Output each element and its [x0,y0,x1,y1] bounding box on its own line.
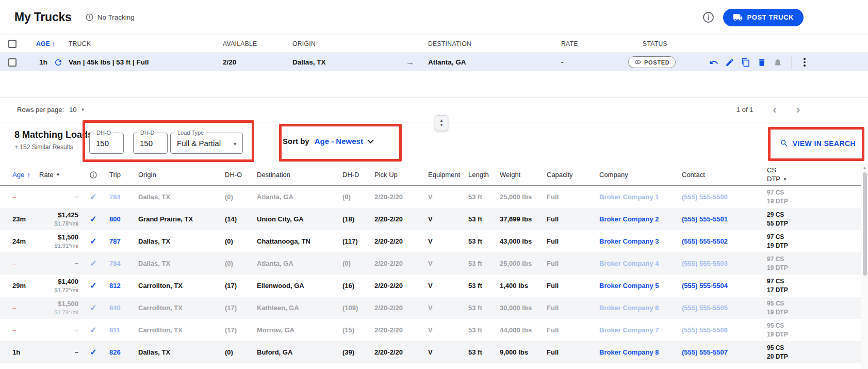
trucks-column-available[interactable]: AVAILABLE [219,40,289,47]
loads-column-trip[interactable]: Trip [103,171,132,179]
trip-link[interactable]: 811 [103,326,132,334]
loads-column-origin[interactable]: Origin [132,171,219,179]
load-dhd: (109) [336,304,368,312]
trucks-column-truck[interactable]: TRUCK [65,40,219,47]
contact-link[interactable]: (555) 555-5501 [676,215,761,223]
loads-column-rate[interactable]: Rate ▼ [38,171,84,179]
trucks-column-status[interactable]: STATUS [624,40,699,47]
contact-link[interactable]: (555) 555-5507 [676,348,761,356]
load-age: – [12,326,38,334]
next-page-button[interactable]: › [796,104,800,116]
load-pickup: 2/20-2/20 [368,326,422,334]
truck-row[interactable]: 1h Van | 45k lbs | 53 ft | Full 2/20 Dal… [0,53,868,71]
load-row[interactable]: –$1,500$1.79*/mi✓840Carrollton, TX(17)Ka… [0,297,861,319]
trip-link[interactable]: 826 [103,348,132,356]
company-link[interactable]: Broker Company 4 [593,260,676,267]
trip-link[interactable]: 787 [103,237,132,245]
contact-link[interactable]: (555) 555-5506 [676,326,761,334]
loads-column-length[interactable]: Length [462,171,494,179]
load-row[interactable]: 29m$1,400$1.72*/mi✓812Carrollton, TX(17)… [0,275,861,297]
info-icon[interactable] [702,11,715,24]
loads-column-cs-dtp[interactable]: CS DTP ▼ [761,166,805,183]
match-check-icon: ✓ [84,236,103,246]
company-link[interactable]: Broker Company 1 [593,193,676,201]
loads-column-contact[interactable]: Contact [676,171,761,179]
bell-icon[interactable] [773,58,782,67]
trip-link[interactable]: 800 [103,215,132,223]
trip-link[interactable]: 812 [103,282,132,290]
scrollbar-thumb[interactable] [863,172,867,276]
load-row[interactable]: ––✓811Carrollton, TX(17)Morrow, GA(15)2/… [0,319,861,341]
loads-column-equipment[interactable]: Equipment [422,171,462,179]
load-row[interactable]: 23m$1,425$1.78*/mi✓800Grand Prairie, TX(… [0,208,861,230]
dho-value[interactable]: 150 [90,133,123,153]
contact-link[interactable]: (555) 555-5505 [676,304,761,312]
post-truck-label: POST TRUCK [747,13,794,21]
select-all-checkbox[interactable] [8,40,17,48]
trucks-column-age[interactable]: AGE ↑ [28,40,52,48]
loads-column-destination[interactable]: Destination [251,171,336,179]
contact-link[interactable]: (555) 555-5502 [676,237,761,245]
chevron-down-icon[interactable] [367,137,374,143]
truck-row-checkbox[interactable] [8,58,17,67]
loads-column-capacity[interactable]: Capacity [541,171,593,179]
load-destination: Atlanta, GA [251,260,336,267]
load-row[interactable]: 1h–✓826Dallas, TX(0)Buford, GA(39)2/20-2… [0,341,861,363]
company-link[interactable]: Broker Company 6 [593,304,676,312]
more-options-icon[interactable] [800,56,809,68]
company-link[interactable]: Broker Company 5 [593,282,676,290]
loads-column-dho[interactable]: DH-O [219,171,251,179]
dhd-field[interactable]: DH-D 150 [133,133,168,154]
load-row[interactable]: 24m$1,500$1.91*/mi✓787Dallas, TX(0)Chatt… [0,230,861,252]
load-rate: – [38,259,84,268]
copy-icon[interactable] [741,58,750,67]
load-rate: – [38,326,84,334]
trip-link[interactable]: 784 [103,260,132,267]
loads-column-age[interactable]: Age ↑ [12,171,38,179]
load-dhd: (39) [336,348,368,356]
dhd-value[interactable]: 150 [134,133,167,153]
contact-link[interactable]: (555) 555-5504 [676,282,761,290]
company-link[interactable]: Broker Company 2 [593,215,676,223]
load-row[interactable]: ––✓784Dallas, TX(0)Atlanta, GA(0)2/20-2/… [0,186,861,208]
delete-icon[interactable] [757,58,766,67]
scroll-up-icon[interactable]: ▲ [861,166,868,169]
trucks-column-rate[interactable]: RATE [557,40,624,47]
loads-column-company[interactable]: Company [593,171,676,179]
load-rows: ––✓784Dallas, TX(0)Atlanta, GA(0)2/20-2/… [0,186,861,363]
loads-column-weight[interactable]: Weight [494,171,541,179]
loads-column-pickup[interactable]: Pick Up [368,171,422,179]
trip-link[interactable]: 840 [103,304,132,312]
post-truck-button[interactable]: POST TRUCK [723,9,804,26]
contact-link[interactable]: (555) 555-5503 [676,260,761,267]
load-row[interactable]: ––✓784Dallas, TX(0)Atlanta, GA(0)2/20-2/… [0,252,861,275]
view-in-search-button[interactable]: VIEW IN SEARCH [780,139,856,148]
vertical-scrollbar[interactable]: ▲ [861,164,868,369]
refresh-icon[interactable] [54,58,63,67]
undo-icon[interactable] [709,58,718,67]
trucks-table-header: AGE ↑ TRUCK AVAILABLE ORIGIN DESTINATION… [0,35,868,53]
trucks-column-destination[interactable]: DESTINATION [418,40,557,47]
loads-column-dhd[interactable]: DH-D [336,171,368,179]
splitter-handle[interactable]: ▲ ▼ [435,115,448,131]
rows-per-page-select[interactable]: 10 ▼ [69,106,85,114]
company-link[interactable]: Broker Company 7 [593,326,676,334]
match-check-icon: ✓ [84,192,103,202]
trip-link[interactable]: 784 [103,193,132,201]
load-age: 23m [12,215,38,223]
prev-page-button[interactable]: ‹ [773,104,776,116]
trucks-column-origin[interactable]: ORIGIN [289,40,402,47]
company-link[interactable]: Broker Company 8 [593,348,676,356]
load-age: 1h [12,348,38,356]
load-type-select[interactable]: Load Type Full & Partial ▼ [170,133,243,154]
load-equipment: V [422,237,462,245]
splitter-down-icon: ▼ [439,123,444,127]
company-link[interactable]: Broker Company 3 [593,237,676,245]
load-equipment: V [422,215,462,223]
edit-icon[interactable] [725,58,734,67]
contact-link[interactable]: (555) 555-5500 [676,193,761,201]
page-title: My Trucks [14,10,72,24]
sort-value[interactable]: Age - Newest [315,137,363,146]
dho-field[interactable]: DH-O 150 [89,133,124,154]
loads-column-info[interactable] [84,171,103,179]
